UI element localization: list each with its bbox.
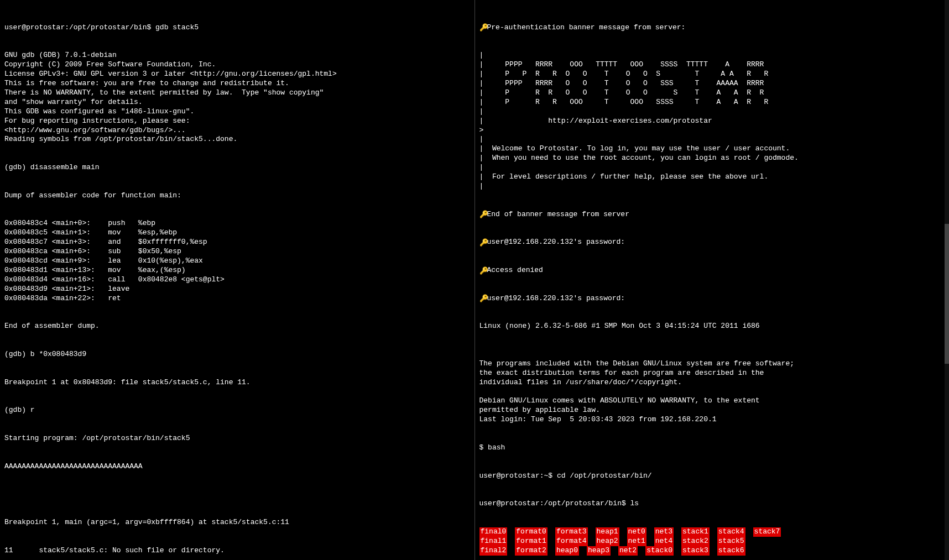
output-line: |	[479, 107, 945, 117]
executable-file: final2	[479, 546, 508, 556]
output-line: There is NO WARRANTY, to the extent perm…	[4, 88, 470, 98]
linux-version: Linux (none) 2.6.32-5-686 #1 SMP Mon Oct…	[479, 322, 945, 331]
executable-file: heap3	[587, 546, 611, 556]
terminal-left[interactable]: user@protostar:/opt/protostar/bin$ gdb s…	[0, 0, 475, 560]
break-set: Breakpoint 1 at 0x80483d9: file stack5/s…	[4, 378, 470, 388]
output-line: Debian GNU/Linux comes with ABSOLUTELY N…	[479, 396, 945, 406]
output-line	[479, 350, 945, 359]
executable-file: stack2	[681, 537, 710, 546]
ls-row: final2format2heap0heap3net2stack0stack3s…	[479, 546, 945, 556]
key-icon: 🔑	[479, 295, 486, 301]
output-line: | http://exploit-exercises.com/protostar	[479, 117, 945, 126]
access-denied: 🔑Access denied	[479, 266, 945, 275]
executable-file: heap1	[596, 527, 619, 537]
output-line: <http://www.gnu.org/software/gdb/bugs/>.…	[4, 126, 470, 135]
break-cmd: (gdb) b *0x080483d9	[4, 350, 470, 359]
executable-file: net0	[627, 527, 646, 537]
output-line: the exact distribution terms for each pr…	[479, 369, 945, 378]
output-line: Last login: Tue Sep 5 20:03:43 2023 from…	[479, 415, 945, 425]
key-icon: 🔑	[479, 239, 486, 245]
output-line: 0x080483d4 <main+16>: call 0x80482e8 <ge…	[4, 275, 470, 285]
executable-file: stack5	[717, 537, 745, 546]
output-line: For bug reporting instructions, please s…	[4, 117, 470, 126]
output-line: License GPLv3+: GNU GPL version 3 or lat…	[4, 70, 470, 79]
executable-file: stack3	[681, 546, 710, 556]
ls-cmd: user@protostar:/opt/protostar/bin$ ls	[479, 499, 945, 509]
output-line: | PPPP RRRR OOO TTTTT OOO SSSS TTTTT A R…	[479, 60, 945, 70]
output-line: |	[479, 135, 945, 144]
disas-header: Dump of assembler code for function main…	[4, 191, 470, 201]
output-line: | PPPP RRRR O O T O O SSS T AAAAA RRRR	[479, 79, 945, 88]
executable-file: format1	[515, 537, 548, 546]
executable-file: format4	[555, 537, 588, 546]
blank	[4, 490, 470, 499]
scrollbar[interactable]	[945, 0, 949, 560]
output-line: 0x080483c4 <main+0>: push %ebp	[4, 219, 470, 228]
executable-file: stack0	[645, 546, 674, 556]
shell-prompt: user@protostar:/opt/protostar/bin$ gdb s…	[4, 23, 470, 33]
executable-file: final0	[479, 527, 508, 537]
output-line: |	[479, 163, 945, 172]
output-line: 0x080483d9 <main+21>: leave	[4, 285, 470, 294]
banner-end: 🔑End of banner message from server	[479, 210, 945, 219]
output-line: | P R R OOO T OOO SSSS T A A R R	[479, 98, 945, 107]
executable-file: stack1	[681, 527, 710, 537]
output-line: 0x080483c5 <main+1>: mov %esp,%ebp	[4, 228, 470, 238]
disas-end: End of assembler dump.	[4, 322, 470, 331]
run-cmd: (gdb) r	[4, 406, 470, 415]
cd-cmd: user@protostar:~$ cd /opt/protostar/bin/	[479, 472, 945, 481]
executable-file: heap0	[555, 546, 579, 556]
password-prompt: 🔑user@192.168.220.132's password:	[479, 238, 945, 247]
executable-file: stack6	[717, 546, 745, 556]
output-line: 0x080483d1 <main+13>: mov %eax,(%esp)	[4, 266, 470, 275]
banner-start: 🔑Pre-authentication banner message from …	[479, 23, 945, 33]
output-line: | For level descriptions / further help,…	[479, 172, 945, 182]
output-line: This is free software: you are free to c…	[4, 79, 470, 88]
output-line	[479, 388, 945, 397]
executable-file: net2	[618, 546, 638, 556]
scroll-thumb[interactable]	[945, 224, 949, 364]
output-line: 0x080483c7 <main+3>: and $0xfffffff0,%es…	[4, 238, 470, 247]
executable-file: net1	[627, 537, 646, 546]
ls-row: final1format1format4heap2net1net4stack2s…	[479, 537, 945, 546]
executable-file: format2	[515, 546, 548, 556]
ls-row: final0format0format3heap1net0net3stack1s…	[479, 527, 945, 537]
password-prompt-2: 🔑user@192.168.220.132's password:	[479, 294, 945, 303]
executable-file: format0	[515, 527, 548, 537]
output-line: 0x080483da <main+22>: ret	[4, 294, 470, 303]
disassembly-listing: 0x080483c4 <main+0>: push %ebp0x080483c5…	[4, 219, 470, 303]
executable-file: format3	[555, 527, 588, 537]
output-line: individual files in /usr/share/doc/*/cop…	[479, 378, 945, 388]
executable-file: net3	[654, 527, 674, 537]
output-line: and "show warranty" for details.	[4, 98, 470, 107]
ascii-banner: | | PPPP RRRR OOO TTTTT OOO SSSS TTTTT A…	[479, 51, 945, 191]
breakpoint-hit: Breakpoint 1, main (argc=1, argv=0xbffff…	[4, 518, 470, 527]
output-line: |	[479, 182, 945, 191]
starting-program: Starting program: /opt/protostar/bin/sta…	[4, 434, 470, 443]
key-icon: 🔑	[479, 211, 486, 217]
output-line: Reading symbols from /opt/protostar/bin/…	[4, 135, 470, 144]
output-line: Copyright (C) 2009 Free Software Foundat…	[4, 60, 470, 70]
bash-cmd: $ bash	[479, 443, 945, 453]
output-line: | When you need to use the root account,…	[479, 154, 945, 163]
executable-file: final1	[479, 537, 508, 546]
ls-output: final0format0format3heap1net0net3stack1s…	[479, 527, 945, 556]
executable-file: stack4	[717, 527, 745, 537]
output-line: >	[479, 126, 945, 135]
key-icon: 🔑	[479, 267, 486, 274]
output-line: GNU gdb (GDB) 7.0.1-debian	[4, 51, 470, 60]
output-line: 0x080483ca <main+6>: sub $0x50,%esp	[4, 247, 470, 257]
executable-file: net4	[654, 537, 674, 546]
terminal-right[interactable]: 🔑Pre-authentication banner message from …	[475, 0, 950, 560]
output-line: | P R R O O T O O S T A A R R	[479, 88, 945, 98]
gdb-disas-cmd: (gdb) disassemble main	[4, 163, 470, 172]
output-line: The programs included with the Debian GN…	[479, 359, 945, 369]
gdb-header: GNU gdb (GDB) 7.0.1-debianCopyright (C) …	[4, 51, 470, 144]
output-line: | P P R R O O T O O S T A A R R	[479, 70, 945, 79]
output-line: 0x080483cd <main+9>: lea 0x10(%esp),%eax	[4, 257, 470, 266]
output-line: | Welcome to Protostar. To log in, you m…	[479, 144, 945, 154]
no-file: 11 stack5/stack5.c: No such file or dire…	[4, 546, 470, 556]
output-line: This GDB was configured as "i486-linux-g…	[4, 107, 470, 117]
executable-file: heap2	[596, 537, 619, 546]
debian-motd: The programs included with the Debian GN…	[479, 350, 945, 425]
